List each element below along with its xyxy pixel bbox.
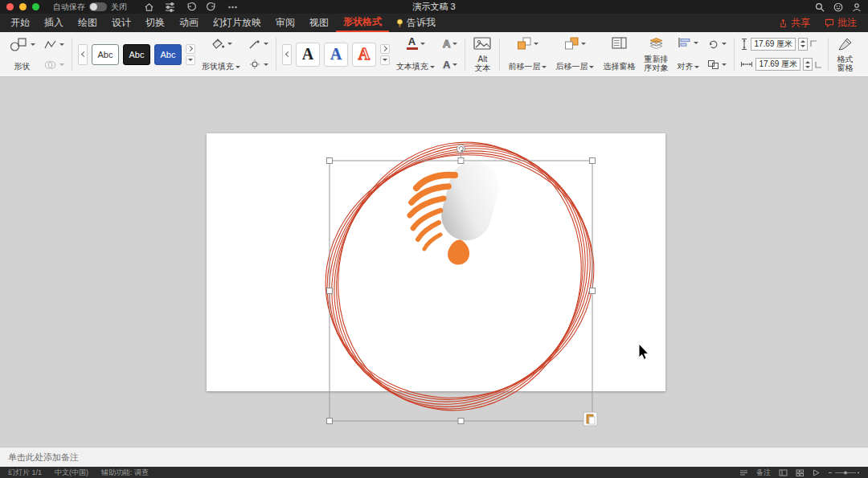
gallery-more-icon xyxy=(188,59,193,61)
send-backward-button[interactable]: 后移一层 xyxy=(553,34,596,75)
rotate-group-column xyxy=(706,34,728,75)
bring-forward-icon xyxy=(517,37,531,50)
redo-icon[interactable] xyxy=(207,2,217,12)
dropdown-caret-icon xyxy=(264,63,268,66)
undo-icon[interactable] xyxy=(186,2,196,12)
normal-view-icon[interactable] xyxy=(779,469,788,476)
style-gallery-more-button[interactable] xyxy=(186,55,195,65)
group-wordart-styles: A A A A 文本填充 A A xyxy=(279,34,462,75)
merge-shapes-icon xyxy=(43,60,57,70)
autosave-state: 关闭 xyxy=(111,2,127,13)
group-objects-button[interactable] xyxy=(706,59,728,71)
tab-view[interactable]: 视图 xyxy=(302,14,336,32)
group-accessibility: Alt文本 xyxy=(468,34,497,75)
search-icon[interactable] xyxy=(815,2,825,12)
tab-actions: 共享 批注 xyxy=(779,14,865,32)
autosave-control[interactable]: 自动保存 关闭 xyxy=(53,2,127,13)
share-button[interactable]: 共享 xyxy=(779,16,810,30)
rotate-button[interactable] xyxy=(706,38,728,50)
tab-review[interactable]: 审阅 xyxy=(268,14,302,32)
autosave-toggle[interactable] xyxy=(89,2,107,11)
slide-sorter-view-icon[interactable] xyxy=(796,469,805,476)
tab-insert[interactable]: 插入 xyxy=(37,14,71,32)
ribbon-tabbar: 开始 插入 绘图 设计 切换 动画 幻灯片放映 审阅 视图 形状格式 告诉我 共… xyxy=(0,14,868,32)
shape-style-swatch-3[interactable]: Abc xyxy=(154,44,182,65)
style-gallery-prev-button[interactable] xyxy=(78,44,88,65)
tab-home[interactable]: 开始 xyxy=(3,14,37,32)
slide-editor-canvas[interactable] xyxy=(0,77,868,447)
comments-button[interactable]: 批注 xyxy=(825,16,857,30)
notes-toggle-label[interactable]: 备注 xyxy=(756,468,771,478)
shape-style-swatch-1[interactable]: Abc xyxy=(92,44,119,65)
dropdown-caret-icon xyxy=(694,42,698,44)
shape-style-swatch-2[interactable]: Abc xyxy=(123,44,150,65)
reorder-objects-label-line2: 序对象 xyxy=(644,63,668,72)
bring-forward-button[interactable]: 前移一层 xyxy=(506,34,549,75)
zoom-window-button[interactable] xyxy=(32,3,39,10)
group-format-pane: 格式窗格 xyxy=(831,34,858,75)
lightbulb-icon xyxy=(396,18,403,28)
format-brush-icon xyxy=(837,37,853,51)
shape-height-input[interactable] xyxy=(751,38,796,51)
tab-slideshow[interactable]: 幻灯片放映 xyxy=(206,14,268,32)
slideshow-view-icon[interactable] xyxy=(813,469,820,476)
group-insert-shapes: 形状 xyxy=(3,34,69,75)
selection-pane-button[interactable]: 选择窗格 xyxy=(600,34,637,75)
notes-toggle-icon[interactable] xyxy=(739,469,748,476)
format-pane-label-line1: 格式 xyxy=(837,55,853,63)
width-stepper[interactable] xyxy=(803,58,813,71)
tab-shape-format[interactable]: 形状格式 xyxy=(336,14,389,32)
paste-options-button[interactable] xyxy=(583,412,597,426)
text-outline-button[interactable]: A xyxy=(441,38,459,50)
toggle-knob xyxy=(90,3,97,10)
minimize-window-button[interactable] xyxy=(19,3,27,10)
reorder-objects-button[interactable]: 重新排序对象 xyxy=(641,34,670,75)
selection-pane-label: 选择窗格 xyxy=(603,61,635,72)
text-fill-button[interactable]: A 文本填充 xyxy=(394,34,437,75)
language-indicator[interactable]: 中文(中国) xyxy=(55,468,88,478)
wordart-gallery-prev-button[interactable] xyxy=(282,44,292,65)
tab-tell-me[interactable]: 告诉我 xyxy=(389,14,443,32)
shape-fill-button[interactable]: 形状填充 xyxy=(199,34,243,75)
dropdown-caret-icon xyxy=(722,63,727,66)
wordart-style-swatch-1[interactable]: A xyxy=(296,43,320,67)
home-icon[interactable] xyxy=(144,2,154,12)
dropdown-caret-icon xyxy=(722,43,727,45)
tab-transitions[interactable]: 切换 xyxy=(138,14,172,32)
shape-width-input[interactable] xyxy=(755,58,800,71)
alt-text-icon xyxy=(473,37,491,51)
wordart-style-swatch-2[interactable]: A xyxy=(324,43,348,67)
wordart-gallery-next-button[interactable] xyxy=(380,44,390,54)
wordart-gallery-more-button[interactable] xyxy=(380,55,390,65)
shape-outline-button[interactable] xyxy=(247,38,270,51)
height-stepper[interactable] xyxy=(798,38,808,51)
shape-effects-button[interactable] xyxy=(247,58,270,71)
tab-design[interactable]: 设计 xyxy=(104,14,138,32)
group-objects-icon xyxy=(707,59,719,70)
align-button[interactable]: 对齐 xyxy=(674,34,702,75)
edit-shape-button[interactable] xyxy=(42,39,66,51)
notes-pane[interactable]: 单击此处添加备注 xyxy=(0,447,868,467)
tab-draw[interactable]: 绘图 xyxy=(71,14,104,32)
quick-access-toolbar xyxy=(144,2,238,12)
more-commands-icon[interactable] xyxy=(227,5,238,10)
style-gallery-next-button[interactable] xyxy=(186,44,195,54)
wordart-style-swatch-3[interactable]: A xyxy=(352,43,376,67)
alt-text-button[interactable]: Alt文本 xyxy=(471,34,493,75)
settings-sliders-icon[interactable] xyxy=(165,2,175,12)
account-person-icon[interactable] xyxy=(852,2,862,12)
style-gallery-nav xyxy=(186,44,195,65)
tab-animations[interactable]: 动画 xyxy=(172,14,206,32)
text-effects-button[interactable]: A xyxy=(441,59,459,71)
zoom-slider[interactable] xyxy=(828,469,860,476)
insert-shape-button[interactable]: 形状 xyxy=(6,34,38,75)
format-pane-button[interactable]: 格式窗格 xyxy=(834,34,855,75)
feedback-smiley-icon[interactable] xyxy=(833,2,843,12)
close-window-button[interactable] xyxy=(6,3,14,10)
dropdown-caret-icon xyxy=(31,43,35,46)
align-icon xyxy=(678,37,691,48)
step-down-icon xyxy=(805,66,810,68)
slide[interactable] xyxy=(207,133,665,391)
merge-shapes-button[interactable] xyxy=(42,59,66,71)
accessibility-status[interactable]: 辅助功能: 调查 xyxy=(101,468,149,478)
